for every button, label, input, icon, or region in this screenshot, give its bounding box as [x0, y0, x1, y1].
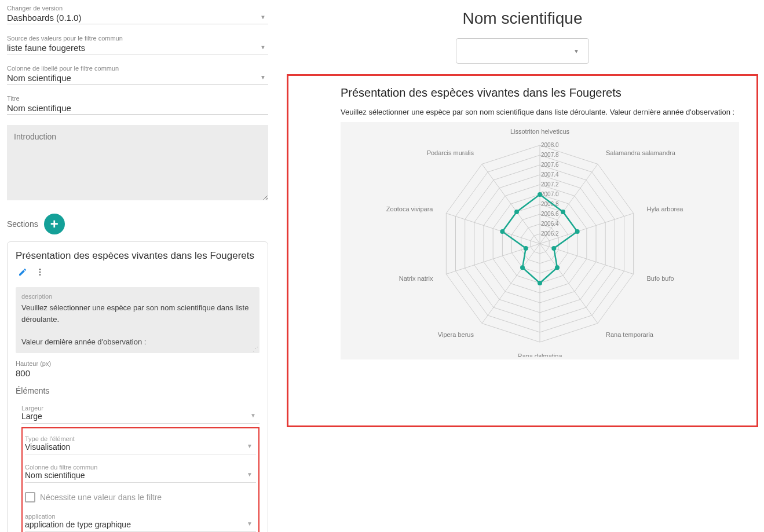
svg-text:Natrix natrix: Natrix natrix — [399, 275, 433, 282]
svg-point-0 — [39, 269, 41, 270]
type-select[interactable]: Type de l'élément Visualisation ▼ — [25, 432, 256, 454]
svg-text:Bufo bufo: Bufo bufo — [647, 275, 674, 282]
svg-line-19 — [482, 244, 540, 324]
label: Changer de version — [7, 5, 268, 12]
value: Veuillez sélectionner une espèce par son… — [21, 302, 254, 347]
svg-point-2 — [39, 274, 41, 276]
svg-point-53 — [514, 210, 519, 214]
need-filter-checkbox[interactable]: Nécessite une valeur dans le filtre — [25, 489, 256, 506]
column-select[interactable]: Colonne de libellé pour le filtre commun… — [7, 65, 268, 85]
value: Nom scientifique — [7, 103, 71, 113]
svg-text:2008.0: 2008.0 — [541, 142, 559, 148]
svg-text:Salamandra salamandra: Salamandra salamandra — [606, 149, 676, 156]
section-title: Présentation des espèces vivantes dans l… — [16, 250, 259, 262]
svg-text:Podarcis muralis: Podarcis muralis — [427, 149, 474, 156]
svg-point-48 — [555, 265, 560, 270]
preview-panel: Nom scientifique ▼ Présentation des espè… — [275, 0, 764, 532]
label: Type de l'élément — [25, 435, 256, 442]
chevron-down-icon: ▼ — [247, 520, 253, 527]
highlighted-element-config: Type de l'élément Visualisation ▼ Colonn… — [21, 427, 259, 532]
svg-text:Rana temporaria: Rana temporaria — [606, 331, 654, 338]
editor-sidebar: Changer de version Dashboards (0.1.0) ▼ … — [0, 0, 275, 532]
svg-text:Lissotriton helveticus: Lissotriton helveticus — [510, 128, 570, 135]
svg-text:Hyla arborea: Hyla arborea — [647, 206, 684, 212]
svg-text:2007.4: 2007.4 — [541, 171, 559, 178]
height-input[interactable]: Hauteur (px) 800 — [16, 358, 259, 378]
largeur-select[interactable]: Largeur Large ▼ — [21, 401, 259, 424]
svg-point-52 — [500, 229, 505, 234]
chevron-down-icon: ▼ — [250, 412, 256, 419]
svg-point-44 — [538, 192, 542, 197]
label: Titre — [7, 95, 268, 102]
svg-point-45 — [561, 210, 565, 214]
label: Colonne de libellé pour le filtre commun — [7, 65, 268, 72]
svg-text:Vipera berus: Vipera berus — [438, 331, 474, 338]
more-icon[interactable] — [35, 267, 45, 279]
preview-title: Nom scientifique — [287, 9, 758, 28]
chart-subtitle: Veuillez sélectionner une espèce par son… — [341, 108, 739, 116]
chevron-down-icon: ▼ — [260, 44, 266, 50]
chevron-down-icon: ▼ — [247, 443, 253, 449]
label: Colonne du filtre commun — [25, 464, 256, 471]
svg-text:2006.4: 2006.4 — [541, 221, 559, 227]
svg-point-46 — [575, 229, 580, 234]
svg-line-17 — [540, 244, 598, 324]
elements-label: Éléments — [16, 386, 259, 395]
application-select[interactable]: application application de type graphiqu… — [25, 509, 256, 532]
resize-handle-icon[interactable]: ⋰ — [253, 346, 258, 352]
svg-point-1 — [39, 271, 41, 273]
radar-chart: 2006.22006.42006.62006.82007.02007.22007… — [341, 122, 739, 359]
value: liste faune fougerets — [7, 43, 85, 53]
chevron-down-icon: ▼ — [247, 471, 253, 478]
chevron-down-icon: ▼ — [260, 14, 266, 20]
value: Visualisation — [25, 442, 70, 452]
svg-line-22 — [482, 164, 540, 244]
svg-text:2007.6: 2007.6 — [541, 162, 559, 168]
svg-point-51 — [524, 246, 528, 251]
source-select[interactable]: Source des valeurs pour le filtre commun… — [7, 35, 268, 54]
description-textarea[interactable]: description Veuillez sélectionner une es… — [16, 287, 259, 353]
version-select[interactable]: Changer de version Dashboards (0.1.0) ▼ — [7, 5, 268, 24]
title-input[interactable]: Titre Nom scientifique — [7, 95, 268, 115]
checkbox-icon — [25, 492, 35, 502]
svg-text:Zootoca vivipara: Zootoca vivipara — [386, 206, 434, 212]
label: Nécessite une valeur dans le filtre — [40, 493, 162, 502]
value: 800 — [16, 368, 30, 378]
sections-label: Sections — [7, 219, 38, 229]
chevron-down-icon: ▼ — [260, 74, 266, 80]
svg-text:2007.2: 2007.2 — [541, 181, 559, 188]
label: Hauteur (px) — [16, 360, 259, 367]
chart-title: Présentation des espèces vivantes dans l… — [341, 86, 739, 100]
svg-point-49 — [538, 281, 542, 285]
value: Large — [21, 412, 42, 421]
edit-icon[interactable] — [18, 267, 27, 279]
species-dropdown[interactable]: ▼ — [456, 38, 589, 64]
label: Source des valeurs pour le filtre commun — [7, 35, 268, 42]
svg-text:2006.2: 2006.2 — [541, 230, 559, 237]
svg-point-47 — [551, 246, 556, 251]
label: description — [21, 293, 254, 300]
value: Nom scientifique — [7, 73, 71, 83]
add-section-button[interactable]: + — [44, 214, 65, 234]
section-card: Présentation des espèces vivantes dans l… — [7, 241, 268, 532]
svg-text:2006.6: 2006.6 — [541, 211, 559, 217]
chevron-down-icon: ▼ — [573, 48, 579, 54]
label: Largeur — [21, 405, 259, 412]
introduction-textarea[interactable] — [7, 125, 268, 200]
svg-text:Rana dalmatina: Rana dalmatina — [517, 353, 562, 357]
svg-text:2007.0: 2007.0 — [541, 191, 559, 197]
filter-column-select[interactable]: Colonne du filtre commun Nom scientifiqu… — [25, 460, 256, 483]
value: Dashboards (0.1.0) — [7, 13, 81, 23]
value: Nom scientifique — [25, 471, 85, 480]
chart-section-highlight: Présentation des espèces vivantes dans l… — [287, 74, 758, 427]
svg-point-50 — [520, 265, 525, 270]
label: application — [25, 513, 256, 520]
value: application de type graphique — [25, 520, 131, 529]
svg-text:2007.8: 2007.8 — [541, 152, 559, 158]
